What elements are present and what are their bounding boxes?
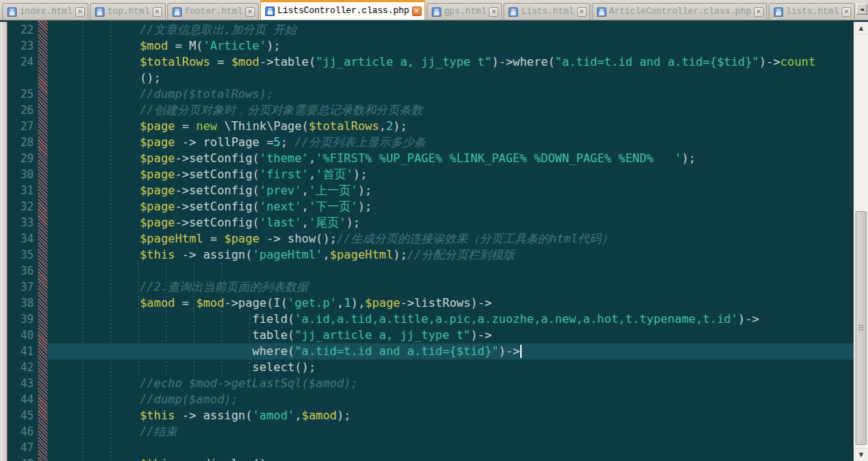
- code-text[interactable]: //结束: [48, 424, 853, 440]
- left-window-edge: [0, 22, 7, 461]
- saved-file-icon: [172, 7, 182, 17]
- tab-ArticleController.class.php[interactable]: ArticleController.class.php✕: [592, 3, 767, 20]
- tab-label: ArticleController.class.php: [609, 7, 751, 17]
- tab-bar: index.html✕top.html✕footer.html✕ListsCon…: [0, 0, 868, 20]
- margin-spacer: [38, 38, 48, 54]
- code-text[interactable]: $page -> rollPage =5; //分页列表上显示多少条: [48, 134, 853, 151]
- code-line: 22 //文章信息取出,加分页 开始: [7, 22, 853, 38]
- line-number: 40: [7, 327, 38, 343]
- code-text[interactable]: $page->setConfig('next','下一页');: [48, 199, 853, 215]
- margin-spacer: [38, 456, 48, 461]
- scrollbar-thumb[interactable]: [856, 211, 867, 445]
- margin-spacer: [38, 54, 48, 70]
- close-tab-icon[interactable]: ✕: [842, 7, 851, 17]
- code-text[interactable]: where("a.tid=t.id and a.tid={$tid}")->: [48, 343, 853, 359]
- line-number: 22: [7, 22, 38, 38]
- close-tab-icon[interactable]: ✕: [489, 7, 498, 17]
- close-tab-icon[interactable]: ✕: [754, 7, 764, 17]
- code-text[interactable]: $page = new \Think\Page($totalRows,2);: [48, 118, 853, 134]
- margin-spacer: [38, 311, 48, 327]
- line-number: 28: [7, 134, 38, 151]
- margin-spacer: [38, 215, 48, 231]
- code-text[interactable]: $page->setConfig('last','尾页');: [48, 215, 853, 231]
- tab-top.html[interactable]: top.html✕: [90, 3, 166, 20]
- line-number: 36: [7, 263, 38, 279]
- code-lines: 22 //文章信息取出,加分页 开始23 $mod = M('Article')…: [7, 22, 853, 461]
- code-text[interactable]: [48, 440, 853, 456]
- tab-gps.html[interactable]: gps.html✕: [427, 3, 503, 20]
- margin-spacer: [38, 327, 48, 343]
- tab-label: gps.html: [444, 7, 487, 17]
- code-text[interactable]: ();: [48, 70, 853, 86]
- code-text[interactable]: //dump($amod);: [48, 392, 853, 408]
- margin-spacer: [38, 376, 48, 392]
- code-line: 42 select();: [7, 359, 853, 376]
- close-tab-icon[interactable]: ✕: [153, 7, 162, 17]
- code-text[interactable]: $mod = M('Article');: [48, 38, 853, 54]
- line-number: [7, 70, 38, 86]
- line-number: 44: [7, 392, 38, 408]
- line-number: 38: [7, 295, 38, 311]
- code-text[interactable]: $page->setConfig('theme','%FIRST% %UP_PA…: [48, 151, 853, 167]
- code-line: 43 //echo $mod->getLastSql($amod);: [7, 376, 853, 392]
- margin-spacer: [38, 134, 48, 151]
- code-text[interactable]: $totalRows = $mod->table("jj_article a, …: [48, 54, 853, 70]
- code-line: 28 $page -> rollPage =5; //分页列表上显示多少条: [7, 134, 853, 151]
- code-line: 35 $this -> assign('pageHtml',$pageHtml)…: [7, 247, 853, 263]
- code-text[interactable]: $page->setConfig('first','首页');: [48, 167, 853, 183]
- code-text[interactable]: select();: [48, 359, 853, 376]
- code-text[interactable]: //文章信息取出,加分页 开始: [48, 22, 853, 38]
- line-number: 30: [7, 167, 38, 183]
- tab-footer.html[interactable]: footer.html✕: [167, 3, 259, 20]
- margin-spacer: [38, 392, 48, 408]
- close-tab-icon[interactable]: ✕: [75, 7, 85, 17]
- tab-label: footer.html: [185, 7, 243, 17]
- code-line: 23 $mod = M('Article');: [7, 38, 853, 54]
- code-text[interactable]: //2.查询出当前页面的列表数据: [48, 279, 853, 295]
- code-text[interactable]: field('a.id,a.tid,a.title,a.pic,a.zuozhe…: [48, 311, 853, 327]
- code-text[interactable]: //创建分页对象时，分页对象需要总记录数和分页条数: [48, 102, 853, 118]
- code-editor-window: index.html✕top.html✕footer.html✕ListsCon…: [0, 0, 868, 461]
- code-text[interactable]: //echo $mod->getLastSql($amod);: [48, 376, 853, 392]
- tab-scroll-buttons: ◄ ►: [856, 4, 868, 15]
- margin-spacer: [38, 22, 48, 38]
- scrollbar-down-icon[interactable]: ▼: [854, 448, 868, 461]
- tab-label: index.html: [20, 7, 72, 17]
- margin-spacer: [38, 70, 48, 86]
- line-number: 24: [7, 54, 38, 70]
- code-line: 38 $amod = $mod->page(I('get.p',1),$page…: [7, 295, 853, 311]
- code-text[interactable]: $this -> display();: [48, 456, 853, 461]
- code-line: 24 $totalRows = $mod->table("jj_article …: [7, 54, 853, 70]
- line-number: 39: [7, 311, 38, 327]
- code-text[interactable]: $this -> assign('pageHtml',$pageHtml);//…: [48, 247, 853, 263]
- code-text[interactable]: //dump($totalRows);: [48, 86, 853, 102]
- close-tab-icon[interactable]: ✕: [412, 7, 422, 16]
- tab-Lists.html[interactable]: Lists.html✕: [503, 3, 590, 20]
- margin-spacer: [38, 279, 48, 295]
- tab-lists.html[interactable]: lists.html✕: [769, 3, 855, 20]
- line-number: 41: [7, 343, 38, 359]
- line-number: 29: [7, 151, 38, 167]
- scrollbar-up-icon[interactable]: ▲: [854, 22, 868, 35]
- code-line: ();: [7, 70, 853, 86]
- code-text[interactable]: $this -> assign('amod',$amod);: [48, 408, 853, 424]
- tab-ListsController.class.php[interactable]: ListsController.class.php✕: [260, 0, 425, 20]
- vertical-scrollbar[interactable]: ▲ ▼: [853, 22, 868, 461]
- code-text[interactable]: table("jj_article a, jj_type t")->: [48, 327, 853, 343]
- code-text[interactable]: $page->setConfig('prev','上一页');: [48, 183, 853, 199]
- tab-index.html[interactable]: index.html✕: [2, 3, 88, 20]
- code-text[interactable]: $amod = $mod->page(I('get.p',1),$page->l…: [48, 295, 853, 311]
- close-tab-icon[interactable]: ✕: [245, 7, 255, 17]
- tab-scroll-left-icon[interactable]: ◄: [856, 4, 867, 15]
- code-line: 48 $this -> display();: [7, 456, 853, 461]
- code-text[interactable]: [48, 263, 853, 279]
- close-tab-icon[interactable]: ✕: [577, 7, 587, 17]
- line-number: 25: [7, 86, 38, 102]
- code-text[interactable]: $pageHtml = $page -> show();//生成分页的连接诶效果…: [48, 231, 853, 247]
- code-line: 32 $page->setConfig('next','下一页');: [7, 199, 853, 215]
- code-editor[interactable]: 22 //文章信息取出,加分页 开始23 $mod = M('Article')…: [7, 20, 853, 461]
- code-line: 47: [7, 440, 853, 456]
- line-number: 42: [7, 359, 38, 376]
- margin-spacer: [38, 424, 48, 440]
- tab-strip: index.html✕top.html✕footer.html✕ListsCon…: [2, 0, 856, 20]
